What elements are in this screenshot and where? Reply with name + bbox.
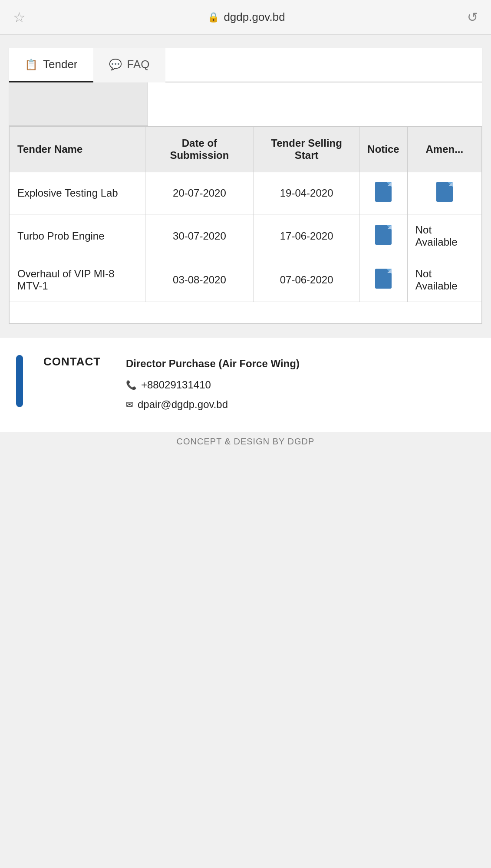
tender-table-wrapper: Tender Name Date of Submission Tender Se… <box>9 126 482 324</box>
blue-bar-decoration <box>9 355 30 407</box>
faq-tab-icon: 💬 <box>109 59 122 71</box>
browser-bar: ☆ 🔒 dgdp.gov.bd ↺ <box>0 0 491 35</box>
contact-details: Director Purchase (Air Force Wing) 📞 +88… <box>126 355 300 415</box>
col-tender-selling: Tender Selling Start <box>254 127 359 172</box>
submission-date-1: 20-07-2020 <box>145 172 254 214</box>
selling-start-3: 07-06-2020 <box>254 258 359 302</box>
selling-start-2: 17-06-2020 <box>254 214 359 258</box>
submission-date-3: 03-08-2020 <box>145 258 254 302</box>
tab-bar: 📋 Tender 💬 FAQ <box>9 48 482 82</box>
notice-doc-icon-2[interactable] <box>375 225 392 245</box>
tab-tender[interactable]: 📋 Tender <box>9 48 93 82</box>
tender-name-2: Turbo Prob Engine <box>10 214 145 258</box>
email-icon: ✉ <box>126 397 133 412</box>
reload-icon[interactable]: ↺ <box>467 10 478 25</box>
notice-1[interactable] <box>359 172 407 214</box>
table-row: Turbo Prob Engine 30-07-2020 17-06-2020 … <box>10 214 482 258</box>
amendment-1[interactable] <box>407 172 481 214</box>
tender-table: Tender Name Date of Submission Tender Se… <box>9 126 482 324</box>
amendment-3: Not Available <box>407 258 481 302</box>
submission-date-2: 30-07-2020 <box>145 214 254 258</box>
email-line: ✉ dpair@dgdp.gov.bd <box>126 396 300 414</box>
table-row: Overhaul of VIP MI-8 MTV-1 03-08-2020 07… <box>10 258 482 302</box>
faq-tab-label: FAQ <box>127 58 150 71</box>
email-address: dpair@dgdp.gov.bd <box>138 396 228 414</box>
selling-start-1: 19-04-2020 <box>254 172 359 214</box>
page-content: 📋 Tender 💬 FAQ Tender Name Date of Submi… <box>9 48 482 324</box>
table-row: Explosive Testing Lab 20-07-2020 19-04-2… <box>10 172 482 214</box>
phone-line: 📞 +88029131410 <box>126 376 300 394</box>
notice-3[interactable] <box>359 258 407 302</box>
tender-tab-icon: 📋 <box>25 59 38 71</box>
blue-bar-inner <box>16 355 23 407</box>
amendment-doc-icon-1[interactable] <box>436 182 453 202</box>
tender-name-3: Overhaul of VIP MI-8 MTV-1 <box>10 258 145 302</box>
notice-doc-icon-3[interactable] <box>375 269 392 289</box>
footer-note: CONCEPT & DESIGN BY DGDP <box>0 432 491 455</box>
lock-icon: 🔒 <box>208 12 219 23</box>
phone-icon: 📞 <box>126 378 137 392</box>
contact-label: CONTACT <box>43 355 113 368</box>
notice-doc-icon-1[interactable] <box>375 182 392 202</box>
amendment-2: Not Available <box>407 214 481 258</box>
notice-2[interactable] <box>359 214 407 258</box>
favorite-icon[interactable]: ☆ <box>13 9 26 26</box>
table-row-empty <box>10 302 482 324</box>
col-amendment: Amen... <box>407 127 481 172</box>
url-bar: 🔒 dgdp.gov.bd <box>208 10 285 24</box>
filter-area <box>9 82 148 126</box>
org-name: Director Purchase (Air Force Wing) <box>126 355 300 373</box>
col-date-submission: Date of Submission <box>145 127 254 172</box>
tab-faq[interactable]: 💬 FAQ <box>93 48 165 82</box>
col-notice: Notice <box>359 127 407 172</box>
tender-name-1: Explosive Testing Lab <box>10 172 145 214</box>
phone-number: +88029131410 <box>141 376 211 394</box>
tender-tab-label: Tender <box>43 58 78 71</box>
footer-contact: CONTACT Director Purchase (Air Force Win… <box>0 337 491 432</box>
url-text: dgdp.gov.bd <box>224 10 285 24</box>
col-tender-name: Tender Name <box>10 127 145 172</box>
